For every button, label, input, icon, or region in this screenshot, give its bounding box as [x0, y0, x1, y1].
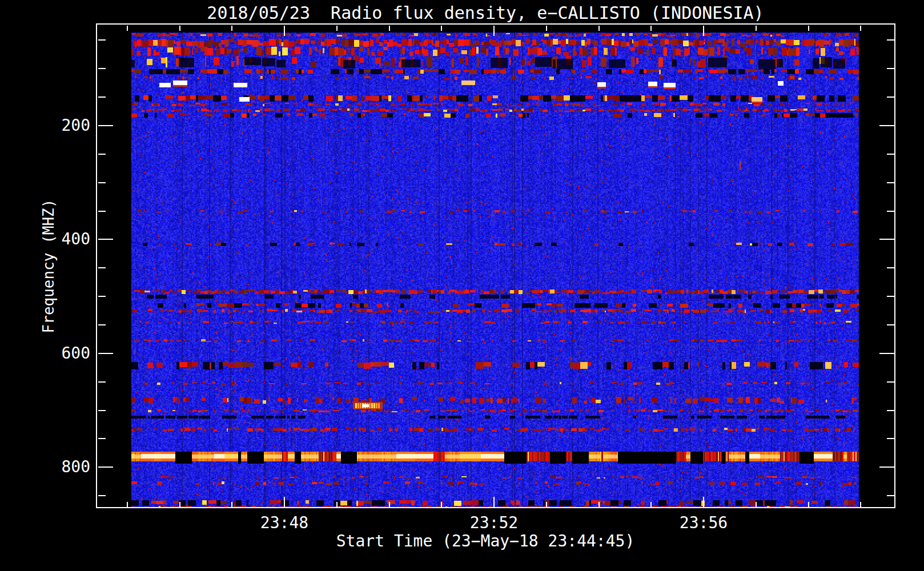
x-axis-tick — [441, 502, 442, 507]
x-axis-tick — [389, 502, 390, 507]
x-axis-tick — [231, 26, 232, 31]
y-axis-tick — [98, 381, 106, 383]
x-axis-tick — [441, 26, 442, 31]
x-axis-tick — [598, 26, 600, 31]
x-axis-tick — [650, 502, 652, 507]
x-axis-tick — [860, 26, 861, 31]
y-axis-tick — [98, 495, 106, 496]
chart-title: 2018/05/23 Radio flux density, e−CALLIST… — [97, 3, 874, 23]
x-axis-tick — [336, 26, 338, 31]
y-axis-tick — [98, 353, 113, 354]
y-axis-tick — [879, 239, 894, 240]
y-axis-tick — [887, 211, 894, 212]
y-axis-tick — [98, 467, 113, 468]
y-axis-tick — [98, 68, 106, 69]
spectrogram-figure: 2018/05/23 Radio flux density, e−CALLIST… — [0, 0, 924, 571]
y-axis-tick — [98, 267, 106, 268]
x-axis-tick — [703, 26, 704, 36]
x-tick-label: 23:48 — [239, 513, 330, 532]
x-axis-tick — [127, 26, 128, 31]
y-axis-tick — [98, 324, 106, 325]
y-axis-tick — [98, 239, 113, 240]
x-tick-label: 23:52 — [448, 513, 540, 532]
y-axis-title: Frequency (MHZ) — [40, 146, 57, 386]
y-axis-tick — [98, 211, 106, 212]
y-axis-tick — [879, 353, 894, 354]
y-axis-tick — [98, 154, 106, 155]
x-axis-tick — [756, 26, 757, 31]
x-axis-tick — [389, 26, 390, 31]
y-axis-tick — [98, 125, 113, 126]
y-tick-label: 200 — [23, 116, 90, 135]
y-axis-tick — [887, 296, 894, 297]
x-axis-tick — [860, 502, 861, 507]
y-axis-tick — [98, 296, 106, 297]
plot-frame — [96, 23, 895, 508]
y-axis-tick — [887, 39, 894, 41]
x-axis-tick — [546, 502, 547, 507]
y-axis-tick — [887, 182, 894, 183]
y-axis-tick — [98, 39, 106, 41]
x-axis-tick — [546, 26, 547, 31]
x-axis-title: Start Time (23−May−18 23:44:45) — [257, 532, 714, 550]
y-axis-tick — [887, 410, 894, 411]
x-axis-tick — [179, 26, 180, 31]
x-axis-tick — [179, 502, 180, 507]
x-axis-tick — [703, 497, 704, 507]
y-axis-tick — [887, 154, 894, 155]
x-axis-tick — [808, 502, 809, 507]
y-axis-tick — [887, 68, 894, 69]
y-axis-tick — [887, 381, 894, 383]
y-axis-tick — [879, 125, 894, 126]
x-axis-tick — [127, 502, 128, 507]
x-axis-tick — [650, 26, 652, 31]
x-axis-tick — [598, 502, 600, 507]
y-axis-tick — [98, 96, 106, 98]
x-axis-tick — [336, 502, 338, 507]
x-axis-tick — [493, 26, 495, 36]
y-tick-label: 800 — [23, 457, 90, 476]
x-axis-tick — [284, 497, 285, 507]
x-axis-tick — [231, 502, 232, 507]
y-axis-tick — [98, 182, 106, 183]
y-axis-tick — [887, 438, 894, 439]
x-axis-tick — [284, 26, 285, 36]
x-axis-tick — [756, 502, 757, 507]
y-axis-tick — [98, 410, 106, 411]
y-axis-tick — [98, 438, 106, 439]
y-axis-tick — [879, 467, 894, 468]
x-axis-tick — [808, 26, 809, 31]
x-axis-tick — [493, 497, 495, 507]
x-tick-label: 23:56 — [658, 513, 749, 532]
y-axis-tick — [887, 495, 894, 496]
y-axis-tick — [887, 324, 894, 325]
y-axis-tick — [887, 267, 894, 268]
y-axis-tick — [887, 96, 894, 98]
